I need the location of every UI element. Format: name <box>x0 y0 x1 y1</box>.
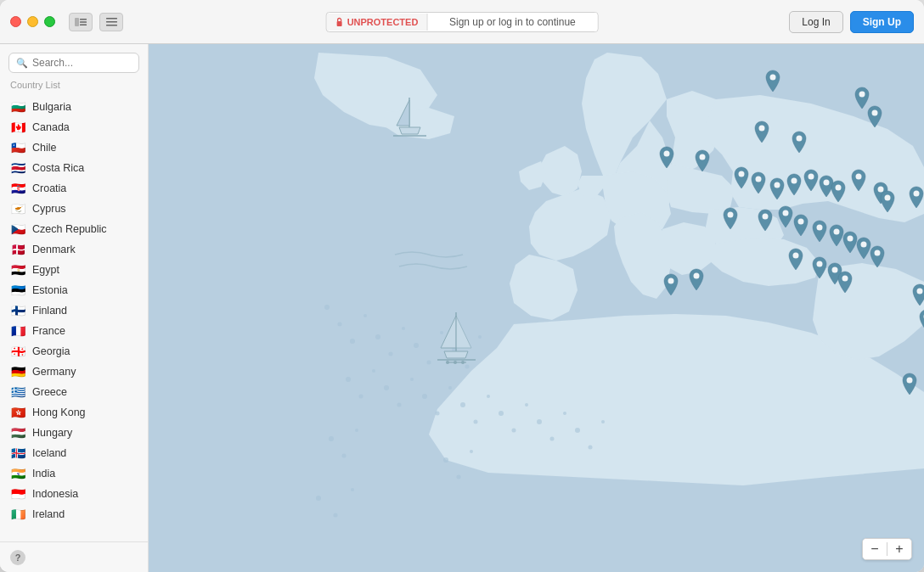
list-item[interactable]: 🇩🇪Germany <box>0 362 148 382</box>
map-pin[interactable] <box>657 146 676 170</box>
map-pin[interactable] <box>752 121 771 144</box>
country-name: Hong Kong <box>32 407 86 418</box>
map-area[interactable]: − + <box>149 44 924 572</box>
boat-2 <box>429 309 484 372</box>
country-list: 🇦🇱Albania🇦🇷Argentina🇦🇺Australia🇦🇹Austria… <box>0 93 148 541</box>
map-pin[interactable] <box>790 131 808 154</box>
map-pin[interactable] <box>836 271 854 294</box>
svg-point-59 <box>859 92 865 98</box>
list-item[interactable]: 🇬🇷Greece <box>0 382 148 402</box>
map-pin[interactable] <box>907 186 924 210</box>
list-item[interactable]: 🇨🇿Czech Republic <box>0 219 148 239</box>
flag-icon: 🇮🇸 <box>10 448 25 459</box>
list-item[interactable]: 🇨🇦Canada <box>0 117 148 137</box>
list-item[interactable]: 🇫🇷France <box>0 321 148 341</box>
signup-button[interactable]: Sign Up <box>850 11 914 33</box>
svg-point-60 <box>872 110 878 116</box>
map-pin[interactable] <box>829 180 848 204</box>
app-window: UNPROTECTED Sign up or log in to continu… <box>0 0 924 572</box>
country-name: Cyprus <box>32 203 66 215</box>
map-pin[interactable] <box>785 173 803 197</box>
list-item[interactable]: 🇨🇾Cyprus <box>0 199 148 219</box>
close-button[interactable] <box>10 16 21 27</box>
sidebar: 🔍 Country List 🇦🇱Albania🇦🇷Argentina🇦🇺Aus… <box>0 44 149 572</box>
map-pin[interactable] <box>756 209 775 233</box>
map-pin[interactable] <box>910 283 924 307</box>
country-name: Canada <box>32 121 70 133</box>
svg-point-69 <box>808 174 814 180</box>
list-item[interactable]: 🇭🇺Hungary <box>0 423 148 443</box>
flag-icon: 🇭🇰 <box>10 407 25 418</box>
svg-point-50 <box>334 513 338 518</box>
map-pin[interactable] <box>721 207 740 231</box>
map-pin[interactable] <box>763 70 782 93</box>
list-item[interactable]: 🇬🇪Georgia <box>0 341 148 362</box>
map-pin[interactable] <box>792 214 810 238</box>
svg-point-12 <box>363 314 367 317</box>
svg-point-27 <box>410 378 414 381</box>
search-box[interactable]: 🔍 <box>8 53 139 73</box>
map-pin[interactable] <box>687 268 706 292</box>
map-pin[interactable] <box>662 273 680 297</box>
login-button[interactable]: Log In <box>789 11 842 33</box>
svg-point-15 <box>402 327 405 330</box>
traffic-lights <box>10 16 55 27</box>
map-pin[interactable] <box>749 171 768 195</box>
svg-point-31 <box>460 402 465 407</box>
map-pin[interactable] <box>693 149 712 173</box>
svg-rect-6 <box>106 25 117 26</box>
flag-icon: 🇨🇱 <box>10 143 25 154</box>
svg-rect-7 <box>337 21 342 26</box>
svg-point-49 <box>316 496 321 501</box>
status-text: UNPROTECTED <box>347 17 419 27</box>
map-pin[interactable] <box>849 169 868 193</box>
list-item[interactable]: 🇮🇳India <box>0 463 148 484</box>
svg-point-40 <box>575 428 580 433</box>
minimize-button[interactable] <box>27 16 38 27</box>
svg-point-68 <box>792 178 797 184</box>
map-pin[interactable] <box>732 166 751 190</box>
country-list-label: Country List <box>0 78 148 93</box>
help-button[interactable]: ? <box>10 550 25 565</box>
titlebar-right: Log In Sign Up <box>789 11 914 33</box>
list-item[interactable]: 🇩🇰Denmark <box>0 239 148 260</box>
list-item[interactable]: 🇭🇷Croatia <box>0 178 148 199</box>
list-item[interactable]: 🇮🇩Indonesia <box>0 484 148 504</box>
map-pin[interactable] <box>868 245 887 269</box>
svg-point-72 <box>856 174 862 180</box>
search-input[interactable] <box>32 57 132 69</box>
list-item[interactable]: 🇮🇸Iceland <box>0 443 148 463</box>
country-name: Indonesia <box>32 488 78 500</box>
country-name: Ireland <box>32 508 65 520</box>
maximize-button[interactable] <box>44 16 55 27</box>
svg-point-42 <box>601 420 605 423</box>
list-item[interactable]: 🇪🇬Egypt <box>0 260 148 280</box>
svg-point-85 <box>793 252 799 258</box>
map-pin[interactable] <box>878 190 897 214</box>
svg-point-29 <box>436 412 440 416</box>
map-pin[interactable] <box>810 220 829 244</box>
map-pin[interactable] <box>786 248 805 272</box>
zoom-in-button[interactable]: + <box>887 539 911 559</box>
svg-point-78 <box>783 210 789 216</box>
map-pin[interactable] <box>900 373 919 396</box>
list-item[interactable]: 🇭🇰Hong Kong <box>0 402 148 423</box>
sidebar-toggle-button[interactable] <box>69 13 93 31</box>
map-pin[interactable] <box>917 309 924 333</box>
country-name: Costa Rica <box>32 162 84 174</box>
zoom-out-button[interactable]: − <box>863 539 887 559</box>
list-item[interactable]: 🇨🇷Costa Rica <box>0 158 148 178</box>
svg-rect-2 <box>80 21 87 23</box>
list-item[interactable]: 🇪🇪Estonia <box>0 280 148 300</box>
map-pin[interactable] <box>768 177 786 201</box>
flag-icon: 🇨🇦 <box>10 122 25 133</box>
menu-button[interactable] <box>99 13 123 31</box>
list-item[interactable]: 🇫🇮Finland <box>0 300 148 321</box>
list-item[interactable]: 🇨🇱Chile <box>0 137 148 158</box>
list-item[interactable]: 🇧🇬Bulgaria <box>0 97 148 117</box>
svg-point-23 <box>359 395 363 399</box>
flag-icon: 🇨🇿 <box>10 224 25 235</box>
list-item[interactable]: 🇮🇪Ireland <box>0 504 148 524</box>
flag-icon: 🇪🇪 <box>10 285 25 296</box>
map-pin[interactable] <box>865 105 884 129</box>
